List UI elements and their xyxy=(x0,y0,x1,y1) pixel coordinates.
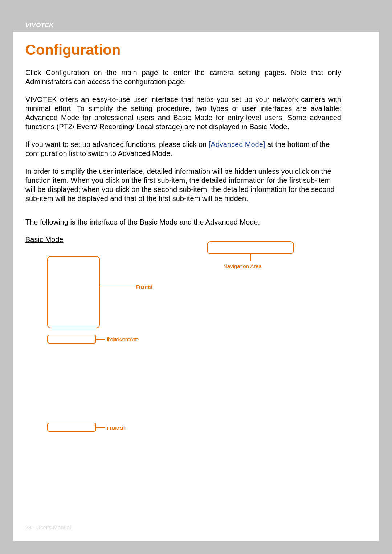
diagram-connector xyxy=(250,254,251,261)
diagram-function-list-label: Fntinnist xyxy=(136,284,152,290)
text-fragment: If you want to set up advanced functions… xyxy=(25,140,209,148)
diagram-navigation-box xyxy=(207,241,294,254)
brand-label: VIVOTEK xyxy=(25,22,54,29)
advanced-mode-link[interactable]: [Advanced Mode] xyxy=(209,140,265,148)
page-header-bar xyxy=(13,13,379,32)
paragraph-advanced-mode: If you want to set up advanced functions… xyxy=(25,140,341,158)
paragraph-ui-behavior: In order to simplify the user interface,… xyxy=(25,167,341,203)
basic-mode-diagram: Navigation Area Fntinnist liboktokvancdo… xyxy=(13,212,328,466)
diagram-config-list-box xyxy=(47,256,100,328)
diagram-connector xyxy=(100,287,136,287)
page-footer: 28 - User's Manual xyxy=(25,524,71,530)
diagram-connector xyxy=(96,339,105,340)
diagram-firmware-label: irmarersin xyxy=(106,424,125,431)
diagram-navigation-label: Navigation Area xyxy=(223,263,262,269)
diagram-switch-mode-box xyxy=(47,335,96,344)
document-page: VIVOTEK Configuration Click Configuratio… xyxy=(13,13,379,541)
diagram-switch-mode-label: liboktokvancdote xyxy=(106,336,138,342)
paragraph-overview: VIVOTEK offers an easy-to-use user inter… xyxy=(25,95,341,131)
paragraph-intro: Click Configuration on the main page to … xyxy=(25,68,341,86)
diagram-connector xyxy=(96,427,105,428)
diagram-firmware-box xyxy=(47,423,96,432)
page-title: Configuration xyxy=(25,42,341,58)
